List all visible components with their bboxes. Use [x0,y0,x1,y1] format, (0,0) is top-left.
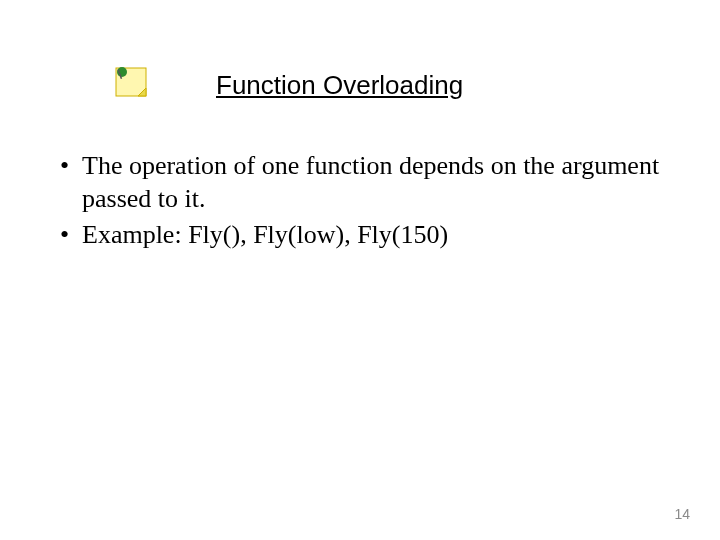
page-number: 14 [674,506,690,522]
bullet-item: The operation of one function depends on… [60,150,690,215]
slide-title: Function Overloading [216,70,463,101]
bullet-list: The operation of one function depends on… [30,150,690,252]
title-row: Function Overloading [30,60,690,110]
slide-container: Function Overloading The operation of on… [0,0,720,540]
sticky-note-icon [110,60,156,110]
bullet-item: Example: Fly(), Fly(low), Fly(150) [60,219,690,252]
